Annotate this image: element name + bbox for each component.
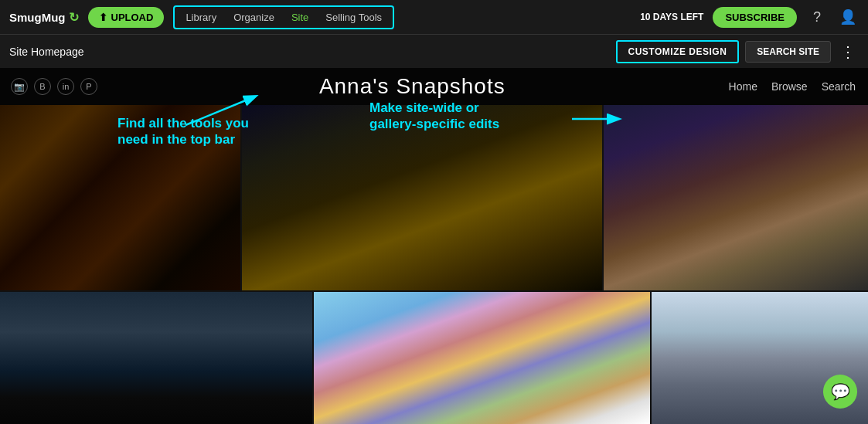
days-left-label: 10 DAYS LEFT [640, 12, 703, 22]
upload-button[interactable]: ⬆ UPLOAD [88, 7, 165, 28]
customize-design-button[interactable]: CUSTOMIZE DESIGN [616, 40, 740, 63]
chat-icon: 💬 [831, 382, 850, 401]
logo-icon: ↻ [69, 10, 79, 25]
upload-icon: ⬆ [99, 12, 107, 23]
photo-cell-5[interactable] [314, 292, 650, 424]
photo-cell-1[interactable] [0, 105, 240, 290]
search-site-button[interactable]: SEARCH SITE [745, 41, 831, 63]
subscribe-button[interactable]: SUBSCRIBE [713, 7, 797, 28]
site-content: 📷 B in P Anna's Snapshots Home Browse Se… [0, 68, 868, 424]
linkedin-icon[interactable]: in [57, 78, 74, 95]
tab-library[interactable]: Library [178, 8, 224, 26]
instagram-icon[interactable]: 📷 [11, 78, 28, 95]
site-title: Anna's Snapshots [108, 74, 717, 99]
tab-site[interactable]: Site [284, 8, 316, 26]
tab-selling-tools[interactable]: Selling Tools [318, 8, 390, 26]
site-header-bar: Site Homepage CUSTOMIZE DESIGN SEARCH SI… [0, 34, 868, 68]
pinterest-icon[interactable]: P [80, 78, 97, 95]
top-nav-bar: SmugMug ↻ ⬆ UPLOAD Library Organize Site… [0, 0, 868, 34]
site-nav-browse[interactable]: Browse [771, 80, 808, 93]
more-options-button[interactable]: ⋮ [837, 42, 859, 61]
photo-cell-2[interactable] [242, 105, 602, 290]
help-icon[interactable]: ? [806, 9, 828, 25]
logo-text: SmugMug [9, 11, 66, 24]
photo-cell-3[interactable] [604, 105, 868, 290]
nav-tabs-group: Library Organize Site Selling Tools [173, 5, 394, 29]
site-inner-nav: 📷 B in P Anna's Snapshots Home Browse Se… [0, 68, 868, 105]
site-nav-search[interactable]: Search [822, 80, 856, 93]
chat-button[interactable]: 💬 [823, 375, 857, 409]
site-nav-links: Home Browse Search [717, 80, 868, 93]
photo-grid-top [0, 105, 868, 290]
photo-grid-bottom [0, 292, 868, 424]
site-homepage-label: Site Homepage [9, 46, 84, 58]
logo: SmugMug ↻ [9, 10, 79, 25]
tab-organize[interactable]: Organize [226, 8, 282, 26]
blogger-icon[interactable]: B [34, 78, 51, 95]
photo-cell-4[interactable] [0, 292, 312, 424]
site-nav-home[interactable]: Home [729, 80, 757, 93]
account-icon[interactable]: 👤 [837, 8, 859, 25]
social-icons-group: 📷 B in P [0, 78, 108, 95]
